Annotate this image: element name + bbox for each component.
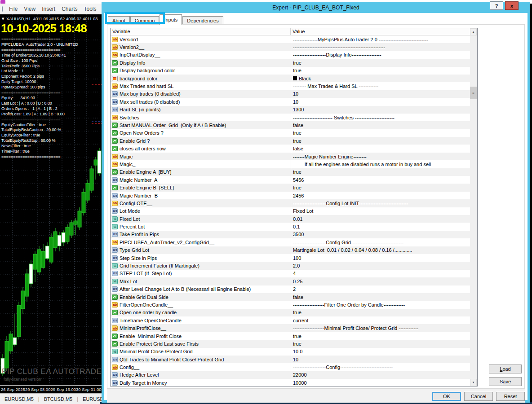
tab-inputs[interactable]: Inputs — [160, 14, 182, 25]
table-row[interactable]: 123Hedge After Level22000 — [111, 371, 470, 379]
chart-grid-icon[interactable] — [2, 6, 3, 12]
table-row[interactable]: 123Lot ModeFixed Lot — [111, 207, 470, 215]
table-row[interactable]: abPIPCLUBEA_AutoTrader_v2_ConfigGrid__--… — [111, 238, 470, 246]
table-row[interactable]: Enable Engine A [BUY]true — [111, 168, 470, 176]
chart-tab-btcusd-m5[interactable]: BTCUSD,M5 — [40, 396, 77, 402]
chart-symbol-header[interactable]: ▼ XAUUSD,H1 4011.09 4015.62 4006.02 4011… — [1, 16, 101, 21]
scrollbar-thumb[interactable]: ≡ — [470, 87, 477, 99]
value-cell[interactable]: 0.01 — [291, 215, 470, 223]
table-row[interactable]: Enable Grid ?true — [111, 137, 470, 145]
value-cell[interactable]: 0.1 — [291, 223, 470, 230]
value-cell[interactable]: ---------------MyPipsPlus AutoTrader 2.0… — [291, 35, 470, 43]
load-button[interactable]: Load — [489, 364, 522, 373]
table-row[interactable]: ½Minimal Profit Close /Protect Grid10.0 — [111, 348, 470, 356]
table-row[interactable]: ½Percent Lot0.1 — [111, 223, 470, 230]
table-row[interactable]: ½Fixed Lot0.01 — [111, 215, 470, 223]
table-row[interactable]: Start MANUAL Order Grid (Only if A / B E… — [111, 121, 470, 129]
value-cell[interactable]: 1300 — [291, 106, 470, 114]
value-cell[interactable]: 0.25 — [291, 277, 470, 285]
value-cell[interactable]: false — [291, 121, 470, 129]
value-cell[interactable]: true — [291, 309, 470, 316]
menu-item-tools[interactable]: Tools — [84, 6, 97, 12]
table-row[interactable]: Open New Orders ?true — [111, 129, 470, 137]
table-row[interactable]: abInpChartDisplay__--------------------D… — [111, 51, 470, 59]
value-cell[interactable]: 10000 — [291, 379, 470, 386]
value-cell[interactable]: 3500 — [291, 231, 470, 238]
table-row[interactable]: Enable Protect Grid Last save Firststrue — [111, 340, 470, 347]
table-row[interactable]: abVersion2__----------------------------… — [111, 43, 470, 51]
table-row[interactable]: 123Hard SL (in points)1300 — [111, 106, 470, 114]
table-row[interactable]: Display background colortrue — [111, 67, 470, 75]
menu-item-charts[interactable]: Charts — [62, 6, 77, 12]
value-cell[interactable]: 2456 — [291, 192, 470, 199]
value-cell[interactable]: true — [291, 332, 470, 340]
table-row[interactable]: abConfig__--------------------Config----… — [111, 363, 470, 371]
table-row[interactable]: 123Step Size in Pips100 — [111, 254, 470, 262]
table-row[interactable]: abMinimalProfitClose__------------------… — [111, 324, 470, 332]
value-cell[interactable]: true — [291, 168, 470, 176]
value-cell[interactable]: -------------------Minimal Profit Close/… — [291, 324, 470, 332]
save-button[interactable]: Save — [489, 377, 522, 386]
value-cell[interactable]: --------------------Config Grid---------… — [291, 238, 470, 246]
scroll-down-icon[interactable]: ▼ — [470, 379, 477, 386]
value-cell[interactable]: true — [291, 129, 470, 137]
value-cell[interactable]: 4 — [291, 270, 470, 277]
value-cell[interactable]: --------------------Config--------------… — [291, 363, 470, 371]
table-row[interactable]: abVersion1__---------------MyPipsPlus Au… — [111, 35, 470, 43]
value-cell[interactable]: -------Magic Number Engine-------- — [291, 153, 470, 160]
value-cell[interactable]: -------- Max Trades & Hard SL ----------… — [291, 82, 470, 90]
value-cell[interactable]: ----------------------------------------… — [291, 43, 470, 51]
vertical-scrollbar[interactable]: ▲ ≡ ▼ — [470, 28, 478, 386]
column-header-value[interactable]: Value — [291, 28, 477, 35]
scroll-up-icon[interactable]: ▲ — [470, 28, 477, 35]
cancel-button[interactable]: Cancel — [464, 392, 493, 401]
value-cell[interactable]: true — [291, 59, 470, 66]
value-cell[interactable]: 10 — [291, 90, 470, 98]
value-cell[interactable]: true — [291, 184, 470, 191]
table-row[interactable]: abMagic-------Magic Number Engine-------… — [111, 153, 470, 160]
table-row[interactable]: abMax Trades and hard SL-------- Max Tra… — [111, 82, 470, 90]
value-cell[interactable]: true — [291, 340, 470, 347]
reset-button[interactable]: Reset — [496, 392, 525, 401]
table-row[interactable]: 123Take Profit in Pips3500 — [111, 231, 470, 238]
value-cell[interactable]: current — [291, 316, 470, 324]
table-row[interactable]: ½Max Lot0.25 — [111, 277, 470, 285]
value-cell[interactable]: Fixed Lot — [291, 207, 470, 215]
value-cell[interactable]: false — [291, 145, 470, 152]
table-row[interactable]: 123Type Grid LotMartingale Lot 0.01 / 0.… — [111, 246, 470, 254]
tab-dependencies[interactable]: Dependencies — [182, 16, 223, 25]
close-icon[interactable]: x — [505, 1, 519, 10]
value-cell[interactable]: true — [291, 137, 470, 145]
help-button[interactable]: ? — [490, 1, 503, 10]
value-cell[interactable]: 2 — [291, 285, 470, 293]
value-cell[interactable]: 10.0 — [291, 348, 470, 356]
table-row[interactable]: abSwitches------------------------ Switc… — [111, 114, 470, 121]
value-cell[interactable]: --------------------Display Info--------… — [291, 51, 470, 59]
tab-about[interactable]: About — [108, 16, 130, 25]
menu-item-insert[interactable]: Insert — [42, 6, 55, 12]
tab-common[interactable]: Common — [130, 16, 160, 25]
table-row[interactable]: ½Grid Increment Factor (If Martingale)2.… — [111, 262, 470, 269]
menu-item-file[interactable]: File — [9, 6, 18, 12]
table-row[interactable]: 123Daily Target in Money10000 — [111, 379, 470, 386]
dialog-title-bar[interactable]: Expert - PIP_CLUB_EA_BOT_Fixed — [102, 2, 530, 13]
table-row[interactable]: 123Qtd Trades to Minimal Profit Close/ P… — [111, 356, 470, 363]
table-row[interactable]: 123Timeframe OpenOneCandlecurrent — [111, 316, 470, 324]
table-row[interactable]: 123Max sell trades (0 disabled)10 — [111, 98, 470, 105]
value-cell[interactable]: 100 — [291, 254, 470, 262]
value-cell[interactable]: -------------------Filter One Order by C… — [291, 301, 470, 308]
table-row[interactable]: 123Magic Number A5456 — [111, 176, 470, 184]
column-header-variable[interactable]: Variable — [111, 28, 291, 35]
value-cell[interactable]: 5456 — [291, 176, 470, 184]
table-row[interactable]: 123Max buy trades (0 disabled)10 — [111, 90, 470, 98]
table-row[interactable]: Enable Minimal Profit Closetrue — [111, 332, 470, 340]
table-row[interactable]: abConfigLOTE__--------------------Config… — [111, 199, 470, 207]
table-row[interactable]: Open one order by candletrue — [111, 309, 470, 316]
menu-item-view[interactable]: View — [24, 6, 35, 12]
value-cell[interactable]: 10 — [291, 98, 470, 105]
value-cell[interactable]: 2.0 — [291, 262, 470, 269]
table-row[interactable]: Display Infotrue — [111, 59, 470, 66]
table-row[interactable]: 123STEP LOT (If Step Lot)4 — [111, 270, 470, 277]
value-cell[interactable]: Black — [291, 75, 470, 82]
table-row[interactable]: background colorBlack — [111, 75, 470, 82]
